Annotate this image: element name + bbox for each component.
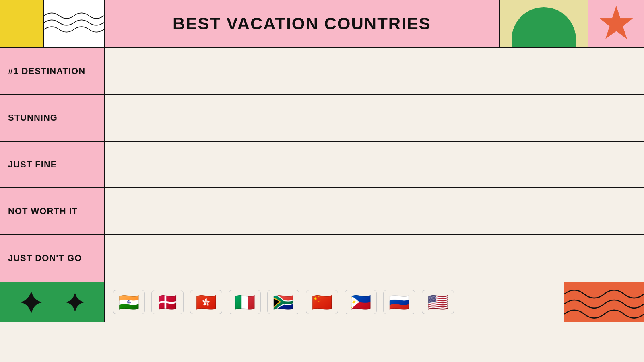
footer: 🇮🇳 🇩🇰 🇭🇰 🇮🇹 🇿🇦 🇨🇳 🇵🇭 🇷🇺 🇺🇸 xyxy=(0,282,644,322)
tier-row-2[interactable] xyxy=(105,95,644,142)
svg-marker-0 xyxy=(600,6,633,39)
tier-row-3[interactable] xyxy=(105,142,644,188)
header-title-block: BEST VACATION COUNTRIES xyxy=(105,0,499,47)
tier-label-3: JUST FINE xyxy=(0,142,104,188)
footer-left-decoration xyxy=(0,282,105,322)
tier-sidebar: #1 DESTINATION STUNNING JUST FINE NOT WO… xyxy=(0,48,105,282)
flag-southafrica[interactable]: 🇿🇦 xyxy=(267,290,299,314)
tier-label-5: JUST DON'T GO xyxy=(0,235,104,282)
footer-wave-svg xyxy=(564,282,644,322)
tier-content-area xyxy=(105,48,644,282)
flag-italy[interactable]: 🇮🇹 xyxy=(229,290,261,314)
flag-container: 🇮🇳 🇩🇰 🇭🇰 🇮🇹 🇿🇦 🇨🇳 🇵🇭 🇷🇺 🇺🇸 xyxy=(105,282,564,322)
star4-icon-left xyxy=(18,289,44,315)
tier-label-2: STUNNING xyxy=(0,95,104,142)
arch-shape xyxy=(512,7,576,47)
flag-india[interactable]: 🇮🇳 xyxy=(113,290,145,314)
star-decoration-block xyxy=(588,0,644,47)
star4-icon-right xyxy=(64,291,86,313)
flag-china[interactable]: 🇨🇳 xyxy=(306,290,338,314)
tier-row-1[interactable] xyxy=(105,48,644,95)
flag-usa[interactable]: 🇺🇸 xyxy=(422,290,454,314)
flag-philippines[interactable]: 🇵🇭 xyxy=(345,290,377,314)
flag-russia[interactable]: 🇷🇺 xyxy=(383,290,415,314)
page-title: BEST VACATION COUNTRIES xyxy=(173,14,431,33)
header-left-decoration xyxy=(0,0,105,47)
main-content: #1 DESTINATION STUNNING JUST FINE NOT WO… xyxy=(0,48,644,282)
starburst-icon xyxy=(598,6,634,42)
yellow-block xyxy=(0,0,44,47)
tier-label-1: #1 DESTINATION xyxy=(0,48,104,95)
tier-label-4: NOT WORTH IT xyxy=(0,188,104,235)
wave-svg xyxy=(44,8,104,40)
arch-decoration xyxy=(500,0,588,47)
header: BEST VACATION COUNTRIES xyxy=(0,0,644,48)
flag-denmark[interactable]: 🇩🇰 xyxy=(151,290,184,314)
header-right-decoration xyxy=(499,0,644,47)
wave-decoration xyxy=(44,0,105,47)
flag-hongkong[interactable]: 🇭🇰 xyxy=(190,290,222,314)
footer-right-decoration xyxy=(564,282,644,322)
tier-row-4[interactable] xyxy=(105,188,644,235)
tier-row-5[interactable] xyxy=(105,235,644,282)
